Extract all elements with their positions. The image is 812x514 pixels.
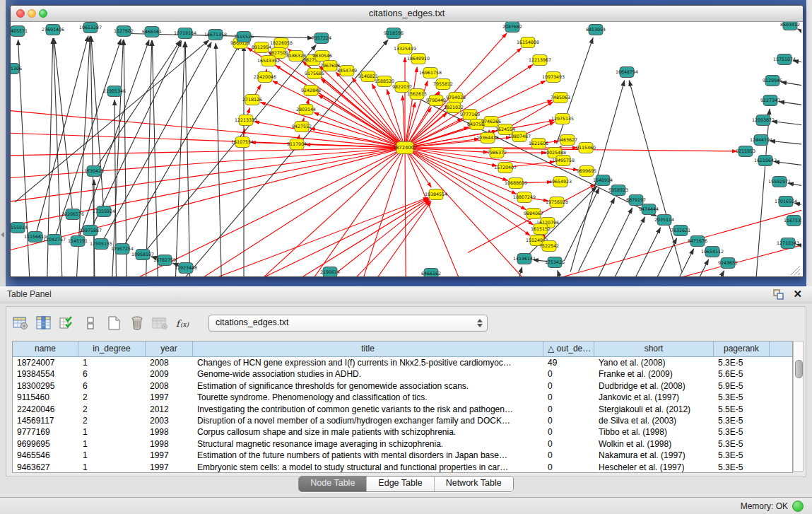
node-table[interactable]: namein_degreeyeartitle△ out_de…shortpage… <box>12 341 793 473</box>
graph-node[interactable]: 9746266 <box>481 117 501 127</box>
graph-node[interactable]: 1167533 <box>784 216 801 226</box>
close-panel-icon[interactable]: ✕ <box>793 288 802 300</box>
graph-node[interactable]: 16154808 <box>517 37 539 48</box>
graph-node[interactable]: 18807249 <box>513 192 536 203</box>
graph-node[interactable]: 7986372 <box>487 148 507 158</box>
row-height-icon[interactable] <box>81 314 100 332</box>
column-header-year[interactable]: year <box>146 341 193 356</box>
graph-node[interactable]: 8454749 <box>337 66 357 76</box>
graph-node[interactable]: 7955812 <box>433 79 453 90</box>
table-row[interactable]: 1830029562008Estimation of significance … <box>13 380 792 392</box>
graph-node[interactable]: 9830546 <box>312 51 332 62</box>
table-row[interactable]: 1456911722003Disruption of a novel membe… <box>13 415 792 426</box>
tab-node-table[interactable]: Node Table <box>299 477 367 491</box>
graph-node[interactable]: 8471676 <box>688 236 707 247</box>
graph-node[interactable]: 10654112 <box>701 247 724 257</box>
graph-node[interactable]: 8503412 <box>780 22 800 30</box>
graph-node[interactable]: 7632621 <box>671 226 690 236</box>
graph-node[interactable]: 19756928 <box>546 197 568 208</box>
tab-edge-table[interactable]: Edge Table <box>367 477 434 491</box>
graph-node[interactable]: 18640910 <box>407 54 430 64</box>
graph-node[interactable]: 1615152 <box>531 224 551 235</box>
graph-node[interactable]: 9215953 <box>736 146 755 157</box>
graph-node[interactable]: 12975135 <box>551 114 574 124</box>
graph-node[interactable]: 1640934 <box>593 175 613 186</box>
graph-node[interactable]: 6466161 <box>142 27 162 37</box>
collapse-left-panel-icon[interactable] <box>1 232 4 238</box>
function-builder-icon[interactable]: f(x) <box>174 314 194 332</box>
table-row[interactable]: 969969511998Structural magnetic resonanc… <box>13 438 792 450</box>
graph-node[interactable]: 2803144 <box>296 105 316 115</box>
graph-node[interactable]: 17016504 <box>775 197 797 207</box>
graph-node[interactable]: 2718126 <box>242 95 262 105</box>
table-row[interactable]: 1872400712008Changes of HCN gene express… <box>13 357 792 368</box>
delete-column-icon[interactable] <box>127 314 147 332</box>
graph-node[interactable]: 1145191 <box>68 236 88 247</box>
graph-node[interactable]: 9777169 <box>460 110 480 120</box>
graph-node[interactable]: 15751074 <box>773 54 796 65</box>
graph-node[interactable]: 21905346 <box>103 86 126 97</box>
table-mode-icon[interactable] <box>11 314 30 332</box>
graph-node[interactable]: 1621606 <box>529 139 548 149</box>
graph-node[interactable]: 6466162 <box>421 269 441 277</box>
graph-node[interactable]: 10719184 <box>174 28 196 39</box>
table-row[interactable]: 911546021997Tourette syndrome. Phenomeno… <box>13 392 792 403</box>
graph-node[interactable]: 8427552 <box>292 122 312 132</box>
graph-node[interactable]: 5958923 <box>608 185 628 196</box>
graph-node[interactable]: 16107554 <box>231 137 254 148</box>
table-row[interactable]: 946362711997Embryonic stem cells: a mode… <box>13 462 792 473</box>
graph-node[interactable]: 1588520 <box>375 76 394 87</box>
column-header-in_degree[interactable]: in_degree <box>78 341 146 356</box>
network-canvas[interactable]: 1872400796601288912954182260589827509165… <box>11 22 801 276</box>
graph-node[interactable]: 9129946 <box>763 76 782 86</box>
graph-node[interactable]: 1527602 <box>114 26 134 37</box>
graph-node[interactable]: 1562615 <box>407 89 427 100</box>
graph-node[interactable]: 9884067 <box>524 209 543 219</box>
graph-node[interactable]: 9794028 <box>446 93 466 103</box>
graph-node[interactable]: 15592971 <box>768 177 791 187</box>
table-row[interactable]: 977716911998Corpus callosum shape and si… <box>13 426 792 438</box>
graph-node[interactable]: 12444194 <box>750 135 772 146</box>
graph-node[interactable]: 7515526 <box>234 32 254 42</box>
resize-corner-icon[interactable] <box>791 266 800 275</box>
citation-graph[interactable]: 1872400796601288912954182260589827509165… <box>11 22 801 276</box>
graph-node[interactable]: 1753426 <box>545 257 565 268</box>
graph-node[interactable]: 9790448 <box>426 95 446 106</box>
column-header-title[interactable]: title <box>193 341 543 356</box>
tab-network-table[interactable]: Network Table <box>435 477 513 491</box>
graph-node[interactable]: 9405571 <box>11 26 28 37</box>
graph-node[interactable]: 9175685 <box>305 69 324 79</box>
table-vertical-scrollbar[interactable] <box>793 341 804 472</box>
scrollbar-thumb[interactable] <box>795 360 803 378</box>
graph-node[interactable]: 7957224 <box>312 33 331 44</box>
graph-node[interactable]: 9243652 <box>718 258 738 269</box>
graph-node[interactable]: 12923448 <box>175 263 197 274</box>
graph-node[interactable]: 12093872 <box>752 115 775 126</box>
graph-node[interactable]: 9218596 <box>384 28 404 39</box>
column-chooser-icon[interactable] <box>34 314 54 332</box>
graph-node[interactable]: 9115460 <box>576 143 596 153</box>
table-row[interactable]: 1938455462009Genome-wide association stu… <box>13 368 792 380</box>
panel-splitter-handle[interactable] <box>400 281 411 285</box>
graph-node[interactable]: 16648794 <box>616 67 638 78</box>
graph-node[interactable]: 14136141 <box>513 254 536 264</box>
graph-node[interactable]: 17957254 <box>111 244 134 255</box>
graph-node[interactable]: 9117004 <box>287 139 307 150</box>
network-window[interactable]: citations_edges.txt 18724007966012889129… <box>10 5 804 277</box>
graph-node[interactable]: 10653287 <box>79 23 102 33</box>
graph-node[interactable]: 17359924 <box>93 206 115 217</box>
graph-node[interactable]: 1630425 <box>84 166 104 177</box>
graph-node[interactable]: 16961758 <box>419 68 442 78</box>
graph-node[interactable]: 2190614 <box>320 267 340 277</box>
graph-node[interactable]: 12505135 <box>90 239 112 250</box>
table-select-dropdown[interactable]: citations_edges.txt <box>208 315 488 332</box>
graph-node[interactable]: 10688609 <box>505 178 527 189</box>
graph-node[interactable]: 6879197 <box>626 195 646 206</box>
column-header-out_de[interactable]: △ out_de… <box>543 341 594 356</box>
graph-node[interactable]: 2935114 <box>654 215 674 226</box>
graph-node[interactable]: 8813054 <box>586 25 606 35</box>
graph-node[interactable]: 13325419 <box>394 44 416 54</box>
graph-node[interactable]: 18724007 <box>393 142 418 154</box>
column-header-short[interactable]: short <box>594 341 714 356</box>
table-row[interactable]: 946554611997Estimation of the future num… <box>13 450 792 461</box>
